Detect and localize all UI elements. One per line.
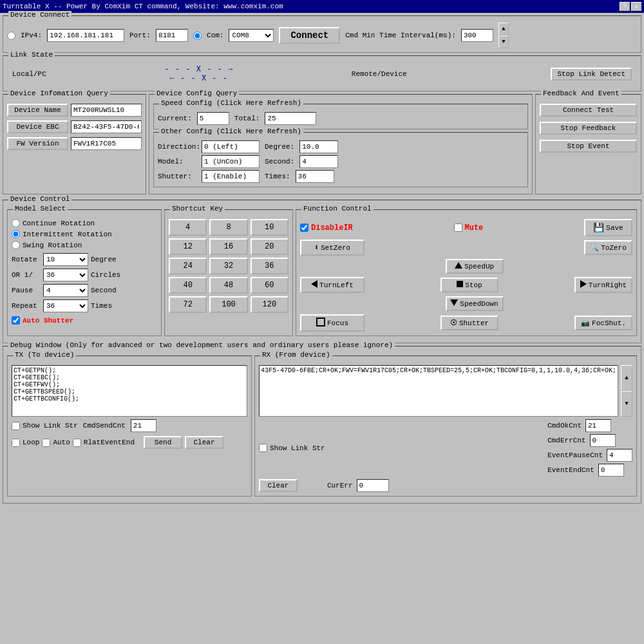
- device-control-label: Device Control: [8, 195, 71, 203]
- other-config-group[interactable]: Other Config (Click Here Refresh) Direct…: [153, 132, 528, 187]
- pause-select[interactable]: 4: [43, 284, 88, 297]
- shortcut-btn-60[interactable]: 60: [251, 277, 289, 294]
- show-link-str2-label: Show Link Str: [270, 444, 325, 452]
- stop-feedback-btn[interactable]: Stop Feedback: [540, 122, 637, 135]
- port-input[interactable]: [156, 29, 188, 42]
- rotate-select[interactable]: 10: [43, 253, 88, 266]
- loop-label: Loop: [23, 439, 39, 446]
- cmd-min-up-btn[interactable]: ▲: [498, 23, 509, 35]
- shortcut-btn-20[interactable]: 20: [251, 238, 289, 255]
- shortcut-btn-16[interactable]: 16: [209, 238, 247, 255]
- connect-test-btn[interactable]: Connect Test: [540, 104, 637, 117]
- speed-up-btn[interactable]: SpeedUp: [446, 259, 504, 274]
- clear-rx-btn[interactable]: Clear: [259, 479, 298, 492]
- com-select[interactable]: COM8: [229, 29, 274, 42]
- shortcut-btn-4[interactable]: 4: [169, 219, 207, 236]
- times-label: Times:: [265, 173, 290, 180]
- rotate-label: Rotate: [12, 256, 41, 263]
- total-label: Total:: [234, 115, 260, 122]
- shortcut-btn-48[interactable]: 48: [209, 277, 247, 294]
- shortcut-key-label: Shortcut Key: [170, 205, 225, 213]
- tozero-icon: 🔍: [590, 243, 599, 252]
- device-name-btn[interactable]: Device Name: [7, 104, 68, 117]
- focus-btn[interactable]: Focus: [300, 314, 365, 332]
- debug-window-label: Debug Window (Only for advanced or two d…: [8, 341, 395, 349]
- cmd-send-cnt-label: CmdSendCnt: [83, 422, 126, 430]
- intermittent-rotation-radio[interactable]: Intermittent Rotation: [12, 230, 157, 238]
- direction-val: [202, 140, 260, 153]
- second-label: Second:: [265, 158, 294, 166]
- speed-config-group[interactable]: Speed Config (Click Here Refresh) Curren…: [153, 104, 528, 129]
- to-zero-btn[interactable]: 🔍 ToZero: [584, 240, 632, 255]
- cmd-err-cnt-label: CmdErrCnt: [547, 437, 585, 444]
- save-icon: 💾: [593, 222, 604, 233]
- repeat-select[interactable]: 36: [43, 299, 88, 312]
- shortcut-btn-40[interactable]: 40: [169, 277, 207, 294]
- clear-tx-btn[interactable]: Clear: [185, 436, 223, 449]
- ipv4-radio[interactable]: [7, 32, 15, 40]
- function-control-group: Function Control DisableIR Mute: [296, 209, 637, 336]
- feedback-label: Feedback And Event: [541, 90, 621, 97]
- shortcut-btn-120[interactable]: 120: [251, 296, 289, 313]
- event-pause-cnt-label: EventPauseCnt: [547, 451, 603, 459]
- rx-scroll-up-btn[interactable]: ▲: [621, 365, 632, 391]
- com-radio[interactable]: [193, 32, 202, 40]
- shortcut-btn-72[interactable]: 72: [169, 296, 207, 313]
- shortcut-btn-24[interactable]: 24: [169, 258, 207, 274]
- model-label: Model:: [158, 158, 196, 166]
- shortcut-btn-8[interactable]: 8: [209, 219, 247, 236]
- save-btn[interactable]: 💾 Save: [584, 219, 632, 236]
- cmd-min-down-btn[interactable]: ▼: [498, 35, 509, 48]
- rx-scroll-down-btn[interactable]: ▼: [621, 391, 632, 417]
- cur-err-val: [357, 479, 389, 492]
- shortcut-btn-36[interactable]: 36: [251, 258, 289, 274]
- shortcut-btn-10[interactable]: 10: [251, 219, 289, 236]
- tx-group: TX (To device) CT+GETPN(); CT+GETEBC(); …: [7, 355, 252, 497]
- rx-label: RX (From device): [260, 351, 332, 359]
- turn-left-btn[interactable]: TurnLeft: [300, 277, 365, 293]
- disable-ir-checkbox[interactable]: [300, 223, 308, 232]
- shortcut-btn-100[interactable]: 100: [209, 296, 247, 313]
- device-ebc-btn[interactable]: Device EBC: [7, 120, 68, 133]
- window-title: Turntable X -- Power By ComXim CT comman…: [3, 3, 283, 10]
- fw-version-btn[interactable]: FW Version: [7, 137, 68, 150]
- show-link-str-label: Show Link Str: [23, 422, 78, 430]
- turn-right-btn[interactable]: TurnRight: [574, 277, 632, 293]
- speed-down-btn[interactable]: SpeedDown: [446, 296, 504, 311]
- mute-checkbox[interactable]: [454, 223, 462, 232]
- send-btn[interactable]: Send: [144, 436, 182, 449]
- ipv4-input[interactable]: [47, 29, 124, 42]
- turn-left-icon: [311, 280, 317, 290]
- shutter-val: [202, 170, 260, 183]
- help-title-btn[interactable]: ?: [620, 2, 630, 11]
- auto-check[interactable]: Auto: [42, 439, 70, 447]
- focshut-icon: 📷: [581, 319, 590, 327]
- link-state-label: Link State: [8, 51, 55, 59]
- direction-label: Direction:: [158, 143, 196, 151]
- show-link-str2-check[interactable]: Show Link Str: [259, 444, 325, 452]
- shortcut-btn-32[interactable]: 32: [209, 258, 247, 274]
- close-title-btn[interactable]: ✕: [631, 2, 641, 11]
- continue-rotation-radio[interactable]: Continue Rotation: [12, 219, 157, 227]
- r-lat-check[interactable]: RlatEventEnd: [73, 439, 135, 447]
- loop-check[interactable]: Loop: [12, 439, 39, 447]
- foc-shut-btn[interactable]: 📷 FocShut.: [574, 316, 632, 330]
- shutter-label: Shutter:: [158, 173, 196, 180]
- connect-button[interactable]: Connect: [279, 27, 340, 44]
- stop-btn[interactable]: Stop: [440, 278, 498, 292]
- swing-rotation-radio[interactable]: Swing Rotation: [12, 241, 157, 249]
- shutter-btn[interactable]: ⦿ Shutter: [440, 316, 498, 330]
- show-link-str-check[interactable]: Show Link Str: [12, 422, 78, 430]
- stop-event-btn[interactable]: Stop Event: [540, 140, 637, 153]
- cmd-ok-cnt-val: [585, 419, 611, 432]
- degree-val: [299, 140, 338, 153]
- repeat-label: Repeat: [12, 302, 41, 310]
- set-zero-btn[interactable]: ⬇ SetZero: [300, 240, 365, 256]
- shortcut-btn-12[interactable]: 12: [169, 238, 207, 255]
- or1-select[interactable]: 36: [43, 269, 88, 281]
- cmd-min-input[interactable]: [461, 29, 493, 42]
- stop-link-detect-btn[interactable]: Stop Link Detect: [551, 68, 632, 80]
- current-label: Current:: [158, 115, 192, 122]
- port-label: Port:: [129, 32, 151, 39]
- auto-shutter-check[interactable]: Auto Shutter: [12, 316, 157, 325]
